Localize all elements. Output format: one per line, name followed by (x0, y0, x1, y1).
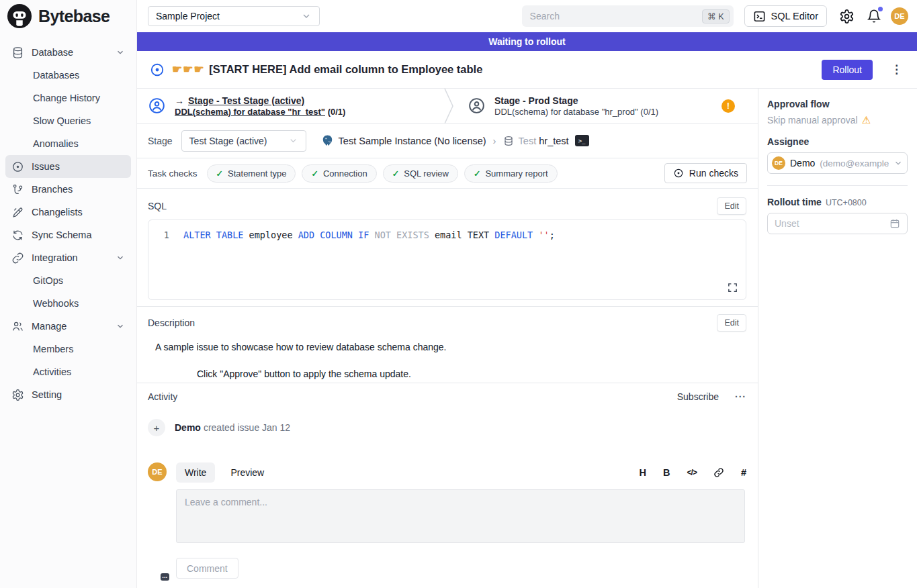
comment-tabs: Write Preview H B </> # (176, 462, 746, 483)
more-menu-kebab[interactable]: ⋮ (891, 64, 902, 75)
tab-write[interactable]: Write (176, 462, 215, 483)
rollout-button[interactable]: Rollout (822, 60, 873, 80)
sidebar-item-slow-queries[interactable]: Slow Queries (5, 109, 131, 132)
bytebase-app: Bytebase Database Databases Change Histo… (0, 0, 917, 588)
database-name[interactable]: hr_test (539, 136, 568, 146)
notifications-bell-button[interactable] (866, 8, 882, 24)
assignee-title: Assignee (767, 136, 908, 147)
check-pill-sql-review[interactable]: ✓SQL review (383, 164, 458, 183)
run-checks-icon (673, 168, 684, 179)
sidebar-item-sync-schema[interactable]: Sync Schema (5, 224, 131, 246)
sql-editor-label: SQL Editor (771, 11, 818, 21)
issue-title: ☛☛☛ [START HERE] Add email column to Emp… (172, 62, 482, 77)
sidebar-item-change-history[interactable]: Change History (5, 87, 131, 109)
pointing-hand-emoji: ☛☛☛ (172, 63, 205, 76)
check-pill-statement-type[interactable]: ✓Statement type (207, 164, 296, 183)
sidebar-item-database[interactable]: Database (5, 41, 131, 64)
brand-logo[interactable]: Bytebase (0, 0, 136, 32)
issue-title-text: [START HERE] Add email column to Employe… (209, 63, 482, 75)
issue-icon (11, 160, 24, 173)
assignee-select[interactable]: DE Demo (demo@example (767, 152, 908, 174)
project-select[interactable]: Sample Project (148, 6, 320, 26)
assignee-name: Demo (790, 158, 815, 168)
stage-select[interactable]: Test Stage (active) (181, 130, 306, 152)
stage-warning-badge: ! (722, 99, 735, 113)
check-success-icon: ✓ (392, 168, 399, 179)
stage-person-icon (468, 97, 486, 115)
bold-tool-icon[interactable]: B (663, 467, 670, 478)
search-input[interactable]: Search ⌘ K (522, 5, 734, 27)
sidebar-nav: Database Databases Change History Slow Q… (0, 32, 136, 406)
search-shortcut-badge: ⌘ K (702, 9, 729, 23)
description-line: Click "Approve" button to apply the sche… (197, 369, 746, 379)
sidebar-item-branches[interactable]: Branches (5, 178, 131, 201)
sidebar-item-activities[interactable]: Activities (5, 360, 131, 383)
sidebar-item-databases[interactable]: Databases (5, 64, 131, 87)
sidebar-item-label: Databases (33, 70, 79, 81)
comment-input[interactable] (176, 489, 745, 543)
issue-content: →Stage - Test Stage (active) DDL(schema)… (137, 89, 758, 588)
changelist-icon (11, 206, 24, 219)
sidebar-item-label: Members (33, 344, 73, 354)
issue-header: ☛☛☛ [START HERE] Add email column to Emp… (137, 51, 917, 89)
search-placeholder: Search (530, 11, 560, 21)
settings-gear-button[interactable] (838, 8, 855, 24)
heading-tool-icon[interactable]: H (640, 467, 646, 478)
sidebar-item-label: Change History (33, 93, 100, 103)
instance-name[interactable]: Test Sample Instance (No license) (339, 136, 486, 146)
task-checks-label: Task checks (148, 168, 198, 179)
stage-card-test[interactable]: →Stage - Test Stage (active) DDL(schema)… (137, 89, 443, 123)
description-edit-button[interactable]: Edit (717, 314, 746, 332)
sidebar-item-manage[interactable]: Manage (5, 315, 131, 338)
sidebar-item-label: Sync Schema (32, 230, 91, 240)
issue-status-icon (150, 62, 165, 77)
check-pill-connection[interactable]: ✓Connection (302, 164, 376, 183)
sidebar-item-webhooks[interactable]: Webhooks (5, 292, 131, 315)
sidebar-item-members[interactable]: Members (5, 338, 131, 360)
sql-edit-button[interactable]: Edit (717, 197, 746, 215)
postgresql-icon (321, 134, 334, 147)
check-pill-summary-report[interactable]: ✓Summary report (464, 164, 558, 183)
hash-tool-icon[interactable]: # (741, 467, 746, 478)
line-number: 1 (148, 230, 183, 241)
activity-label: Activity (148, 391, 177, 402)
stage-card-prod[interactable]: Stage - Prod Stage DDL(schema) for datab… (454, 89, 758, 123)
rollout-time-title: Rollout time (767, 197, 822, 207)
tab-preview[interactable]: Preview (222, 462, 273, 483)
rollout-time-picker[interactable]: Unset (767, 213, 908, 234)
open-sql-editor-icon[interactable]: >_ (575, 135, 589, 146)
notification-dot (878, 7, 883, 11)
users-icon (11, 320, 24, 333)
stage-subtitle: DDL(schema) for database "hr_test" (175, 107, 325, 117)
comment-submit-button[interactable]: Comment (176, 558, 238, 579)
sidebar-item-issues[interactable]: Issues (5, 155, 131, 178)
code-tool-icon[interactable]: </> (687, 468, 697, 477)
sidebar-item-setting[interactable]: Setting (5, 383, 131, 406)
assignee-avatar: DE (772, 156, 785, 170)
sql-section: SQL Edit 1 ALTER TABLE employee ADD COLU… (137, 189, 758, 307)
sidebar-item-label: GitOps (33, 275, 63, 286)
subscribe-button[interactable]: Subscribe (677, 391, 719, 402)
sidebar-item-changelists[interactable]: Changelists (5, 201, 131, 224)
chevron-down-icon (116, 48, 125, 57)
user-avatar[interactable]: DE (891, 7, 908, 25)
environment-name: Test (519, 136, 537, 146)
check-success-icon: ✓ (216, 168, 223, 179)
sql-code-block[interactable]: 1 ALTER TABLE employee ADD COLUMN IF NOT… (148, 219, 746, 300)
sidebar-item-gitops[interactable]: GitOps (5, 269, 131, 292)
database-icon (11, 46, 24, 59)
stage-person-icon (148, 97, 166, 115)
sql-editor-button[interactable]: SQL Editor (744, 5, 827, 27)
markdown-toolbar: H B </> # (640, 467, 746, 478)
sidebar-item-label: Database (32, 47, 73, 58)
run-checks-button[interactable]: Run checks (664, 163, 747, 183)
expand-fullscreen-icon[interactable] (727, 282, 738, 293)
sidebar-item-anomalies[interactable]: Anomalies (5, 132, 131, 155)
activity-item: + Democreated issue Jan 12 (148, 419, 746, 436)
issue-side-panel: Approval flow Skip manual approval ⚠ Ass… (758, 89, 917, 588)
activity-section: Activity Subscribe ··· + Democreated iss… (137, 383, 758, 588)
sidebar-item-integration[interactable]: Integration (5, 246, 131, 269)
link-tool-icon[interactable] (713, 467, 724, 478)
breadcrumb-separator: › (491, 135, 498, 146)
activity-more-button[interactable]: ··· (735, 391, 746, 402)
